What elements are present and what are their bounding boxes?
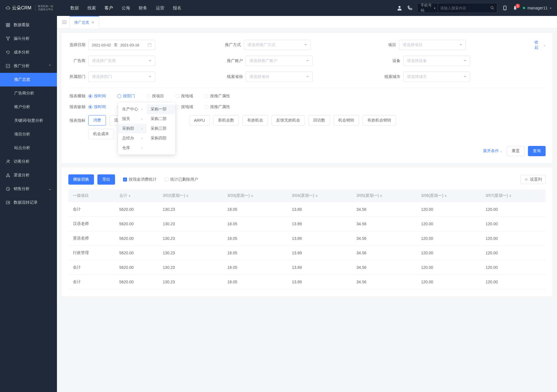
province-select[interactable]: 请选择省份	[246, 72, 313, 82]
project-label: 项目	[379, 42, 399, 48]
account-select[interactable]: 请选择推广账户	[246, 56, 313, 66]
sidebar-item-2[interactable]: 成本分析	[0, 46, 57, 59]
sidebar-subitem-3-5[interactable]: 站点分析	[0, 141, 57, 155]
method-select[interactable]: 请选择推广方式	[244, 40, 311, 50]
col-header-6[interactable]: 3/06(星期一)	[417, 189, 481, 202]
deleted-checkbox[interactable]: 统计已删除用户	[165, 177, 198, 182]
collapse-toggle[interactable]: 收起 ⌄	[535, 40, 546, 50]
svg-point-25	[526, 179, 527, 180]
sidebar-subitem-3-1[interactable]: 广告商分析	[0, 86, 57, 100]
dropdown-col1-item-1[interactable]: 报关	[118, 114, 147, 124]
metric-btn-8[interactable]: 有效机会销转	[363, 115, 396, 125]
col-header-3[interactable]: 3/03(星期一)	[223, 189, 287, 202]
col-header-0[interactable]: 一级项目	[68, 189, 115, 202]
user-icon[interactable]	[397, 5, 402, 11]
query-button[interactable]: 查询	[528, 146, 546, 156]
metric-btn-3[interactable]: 新机会数	[213, 115, 239, 125]
device-select[interactable]: 请选择设备	[403, 56, 470, 66]
reset-button[interactable]: 重置	[507, 146, 525, 156]
dropdown-col1-item-2[interactable]: 采购部	[118, 124, 147, 133]
metric-btn-2[interactable]: ARPU	[189, 115, 210, 125]
menu-toggle[interactable]	[59, 16, 69, 28]
sidebar-item-1[interactable]: 漏斗分析	[0, 32, 57, 46]
dropdown-col2-item-1[interactable]: 采购二部	[147, 114, 175, 124]
mobile-icon[interactable]	[502, 5, 507, 11]
user-menu[interactable]: manager11 ▾	[523, 6, 551, 10]
metric-btn-7[interactable]: 机会销转	[333, 115, 359, 125]
dropdown-col2-item-2[interactable]: 采购三部	[147, 124, 175, 133]
metric-btn-6[interactable]: 回访数	[308, 115, 330, 125]
col-header-1[interactable]: 合计	[115, 189, 158, 202]
h-axis-radio-3[interactable]: 按地域	[175, 94, 193, 99]
tab-bar: 推广总览 ✕	[57, 16, 557, 28]
logo[interactable]: 云朵CRM 教育机构一站式服务云平台	[6, 5, 53, 11]
nav-item-6[interactable]: 报名	[173, 5, 181, 11]
v-axis-radio-4[interactable]: 按推广属性	[204, 104, 230, 110]
h-axis-radio-0[interactable]: 按时间	[88, 94, 106, 99]
col-header-2[interactable]: 3/02(星期一)	[158, 189, 223, 202]
h-axis-group: 按时间按部门按项目按地域按推广属性	[88, 94, 230, 99]
dropdown-col1-item-0[interactable]: 生产中心	[118, 104, 147, 114]
metric-btn-0[interactable]: 消费	[88, 115, 106, 125]
dept-select[interactable]: 请选择部门	[88, 72, 155, 82]
bell-icon[interactable]: 5	[513, 5, 518, 11]
dropdown-col2-item-0[interactable]: 采购一部	[147, 104, 175, 114]
cell-0-4: 13.89	[287, 202, 352, 217]
sort-icon	[186, 193, 189, 198]
dropdown-col1-item-3[interactable]: 总经办	[118, 133, 147, 143]
col-header-7[interactable]: 3/07(星期一)	[481, 189, 546, 202]
dropdown-col2-item-3[interactable]: 采购四部	[147, 133, 175, 143]
swap-button[interactable]: 横纵切换	[68, 174, 94, 185]
phone-icon[interactable]	[407, 5, 412, 11]
cell-1-3: 18.05	[223, 217, 287, 231]
nav-item-4[interactable]: 财务	[139, 5, 147, 11]
nav-item-2[interactable]: 客户	[105, 5, 113, 11]
nav-item-1[interactable]: 线索	[87, 5, 96, 11]
h-axis-radio-4[interactable]: 按推广属性	[204, 94, 230, 99]
v-axis-radio-3[interactable]: 按地域	[175, 104, 193, 110]
sidebar-subitem-3-0[interactable]: 推广总览	[0, 73, 57, 86]
cash-checkbox[interactable]: ✓按现金消费统计	[123, 177, 157, 182]
v-axis-radio-0[interactable]: 按时间	[88, 104, 106, 110]
dropdown-col1-item-4[interactable]: 仓库	[118, 143, 147, 153]
metric-btn-9[interactable]: 机会成本	[88, 129, 114, 139]
nav-item-3[interactable]: 公海	[122, 5, 130, 11]
tab-promotion-overview[interactable]: 推广总览 ✕	[69, 16, 99, 28]
col-header-5[interactable]: 3/05(星期一)	[352, 189, 417, 202]
nav-item-5[interactable]: 运营	[156, 5, 164, 11]
metric-btn-5[interactable]: 反馈无效机会	[271, 115, 305, 125]
dashboard-icon	[6, 23, 10, 27]
method-label: 推广方式	[224, 42, 244, 48]
h-axis-radio-2[interactable]: 按项目	[146, 94, 164, 99]
h-axis-label: 报表横轴	[68, 94, 88, 99]
sidebar-item-7[interactable]: 数据流转记录	[0, 196, 57, 209]
cell-0-0: 会计	[68, 202, 115, 217]
columns-button[interactable]: 设置列	[521, 175, 546, 184]
sidebar-item-3[interactable]: 推广分析⌃	[0, 59, 57, 73]
export-button[interactable]: 导出	[97, 174, 115, 185]
search-icon[interactable]	[490, 6, 494, 10]
date-picker[interactable]: 2021-03-02 至 2021-03-16	[88, 40, 155, 50]
sidebar-subitem-3-3[interactable]: 关键词/创意分析	[0, 114, 57, 127]
metric-btn-4[interactable]: 有效机会	[242, 115, 268, 125]
search-box[interactable]: 手机号码 ▾	[417, 3, 497, 13]
advertiser-select[interactable]: 请选择广告商	[88, 56, 155, 66]
project-select[interactable]: 请选择项目	[399, 40, 466, 50]
col-header-4[interactable]: 3/04(星期一)	[287, 189, 352, 202]
city-select[interactable]: 请选择城市	[403, 72, 470, 82]
search-input[interactable]	[438, 6, 490, 10]
table-row: 行政管理5620.00130.2318.0513.8934.56120.0012…	[68, 246, 546, 260]
expand-conditions[interactable]: 展开条件 ⌄	[483, 148, 502, 154]
close-icon[interactable]: ✕	[91, 20, 94, 24]
sidebar-item-6[interactable]: 销售分析⌄	[0, 182, 57, 196]
sidebar-subitem-3-2[interactable]: 账户分析	[0, 100, 57, 114]
sidebar-item-0[interactable]: 数据看版	[0, 18, 57, 32]
sidebar-item-5[interactable]: 渠道分析	[0, 168, 57, 182]
sidebar-item-4[interactable]: 访客分析	[0, 155, 57, 168]
search-prefix[interactable]: 手机号码 ▾	[421, 3, 438, 13]
cell-1-6: 120.00	[417, 217, 481, 231]
nav-item-0[interactable]: 数据	[70, 5, 79, 11]
cell-0-1: 5620.00	[115, 202, 158, 217]
sidebar-subitem-3-4[interactable]: 项目分析	[0, 127, 57, 141]
h-axis-radio-1[interactable]: 按部门	[117, 94, 135, 99]
